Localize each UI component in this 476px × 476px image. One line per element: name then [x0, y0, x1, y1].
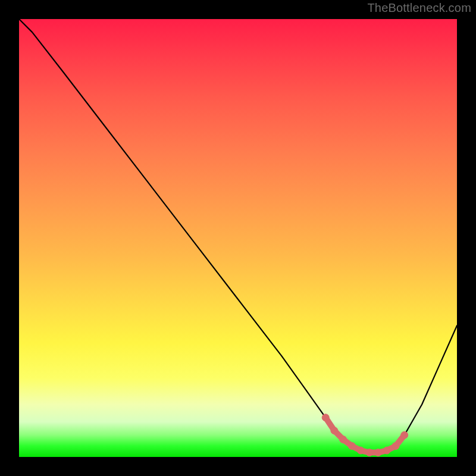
chart-frame: TheBottleneck.com: [0, 0, 476, 476]
optimal-dot: [357, 447, 364, 454]
optimal-dot: [392, 443, 399, 450]
optimal-dot: [401, 431, 408, 439]
optimal-dot: [348, 443, 355, 450]
plot-area: [19, 19, 457, 457]
optimal-dot: [383, 447, 390, 454]
optimal-dot: [366, 449, 373, 456]
optimal-dot: [340, 436, 347, 443]
bottleneck-curve: [19, 19, 457, 453]
watermark-text: TheBottleneck.com: [367, 1, 471, 15]
curve-layer: [19, 19, 457, 457]
optimal-dot: [331, 427, 338, 434]
optimal-dot: [375, 449, 382, 456]
optimal-dot: [322, 414, 329, 421]
